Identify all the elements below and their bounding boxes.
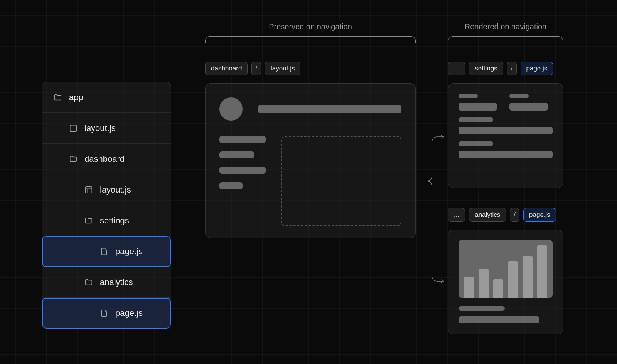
file-icon: [100, 247, 108, 256]
tree-item-page-settings[interactable]: page.js: [42, 236, 171, 267]
layout-body: [219, 136, 401, 226]
crumb-page-file: page.js: [523, 208, 556, 222]
page-slot: [281, 136, 401, 226]
tree-item-label: app: [69, 92, 83, 102]
svg-rect-0: [70, 125, 77, 131]
chart-placeholder: [459, 240, 553, 298]
tree-item-settings[interactable]: settings: [42, 205, 171, 236]
crumb-settings: settings: [469, 62, 503, 75]
chart-bar: [523, 256, 533, 298]
breadcrumb-settings: ... settings / page.js: [448, 62, 553, 75]
crumb-separator: /: [251, 62, 261, 75]
preserved-label: Preserved on navigation: [205, 22, 416, 31]
nav-item-placeholder: [219, 167, 266, 174]
field-placeholder: [459, 127, 553, 134]
breadcrumb-layout: dashboard / layout.js: [205, 62, 300, 75]
layout-header: [219, 97, 401, 121]
tree-item-layout-root[interactable]: layout.js: [42, 113, 171, 144]
tree-item-layout-dash[interactable]: layout.js: [42, 174, 171, 205]
folder-icon: [84, 216, 93, 225]
rendered-label: Rendered on navigation: [448, 22, 563, 31]
tree-item-label: dashboard: [84, 154, 125, 164]
field-placeholder: [459, 151, 553, 158]
analytics-page-panel: [448, 230, 563, 334]
field-placeholder: [509, 103, 548, 111]
crumb-ellipsis: ...: [448, 62, 465, 75]
crumb-layout-file: layout.js: [265, 62, 300, 75]
rendered-bracket: [448, 36, 563, 43]
field-placeholder: [459, 316, 539, 323]
crumb-analytics: analytics: [469, 208, 506, 222]
settings-row: [459, 117, 553, 134]
nav-item-placeholder: [219, 182, 243, 189]
crumb-dashboard: dashboard: [205, 62, 248, 75]
tree-item-label: analytics: [100, 277, 133, 287]
chart-bar: [464, 277, 474, 298]
crumb-separator: /: [507, 62, 517, 75]
label-placeholder: [459, 117, 493, 122]
label-placeholder: [459, 94, 478, 98]
crumb-separator: /: [510, 208, 519, 222]
layout-icon: [84, 186, 93, 194]
field-placeholder: [459, 103, 497, 111]
tree-item-page-analytics[interactable]: page.js: [42, 298, 171, 329]
tree-item-label: page.js: [115, 247, 143, 257]
file-tree: app layout.js dashboard layout.js settin…: [42, 82, 171, 329]
tree-item-label: settings: [100, 216, 129, 226]
chart-bar: [493, 279, 503, 298]
chart-bar: [479, 269, 489, 298]
nav-item-placeholder: [219, 136, 266, 143]
crumb-ellipsis: ...: [448, 208, 465, 222]
svg-rect-1: [86, 186, 92, 193]
layout-panel: [205, 83, 416, 238]
chart-bar: [508, 261, 518, 298]
tree-item-label: layout.js: [100, 185, 131, 195]
tree-item-analytics[interactable]: analytics: [42, 267, 171, 298]
tree-item-app[interactable]: app: [42, 82, 171, 113]
file-icon: [100, 309, 108, 317]
folder-icon: [54, 93, 62, 102]
avatar-placeholder: [219, 97, 243, 121]
layout-nav: [219, 136, 266, 226]
title-placeholder: [258, 105, 401, 113]
tree-item-dashboard[interactable]: dashboard: [42, 144, 171, 174]
settings-row: [459, 141, 553, 158]
label-placeholder: [509, 94, 529, 98]
settings-row: [459, 94, 553, 111]
crumb-page-file: page.js: [521, 62, 553, 75]
label-placeholder: [459, 141, 493, 146]
preserved-bracket: [205, 36, 416, 43]
layout-icon: [69, 124, 78, 133]
breadcrumb-analytics: ... analytics / page.js: [448, 208, 556, 222]
nav-item-placeholder: [219, 151, 254, 158]
tree-item-label: layout.js: [84, 123, 116, 133]
folder-icon: [84, 278, 93, 287]
chart-bar: [537, 245, 547, 298]
settings-page-panel: [448, 83, 563, 188]
label-placeholder: [459, 306, 505, 311]
folder-icon: [69, 155, 78, 163]
tree-item-label: page.js: [115, 308, 143, 318]
